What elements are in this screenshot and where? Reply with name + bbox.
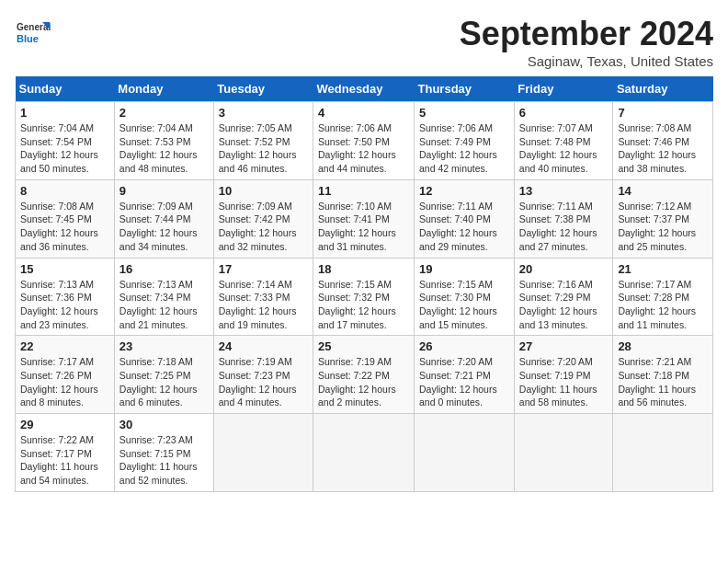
calendar-week-1: 1Sunrise: 7:04 AM Sunset: 7:54 PM Daylig… (16, 102, 713, 180)
calendar-day-21: 21Sunrise: 7:17 AM Sunset: 7:28 PM Dayli… (613, 258, 713, 336)
calendar-week-4: 22Sunrise: 7:17 AM Sunset: 7:26 PM Dayli… (16, 336, 713, 414)
calendar-day-29: 29Sunrise: 7:22 AM Sunset: 7:17 PM Dayli… (16, 414, 115, 492)
calendar-empty (213, 414, 313, 492)
calendar-day-5: 5Sunrise: 7:06 AM Sunset: 7:49 PM Daylig… (415, 102, 515, 180)
col-header-sunday: Sunday (16, 76, 115, 102)
calendar-day-15: 15Sunrise: 7:13 AM Sunset: 7:36 PM Dayli… (16, 258, 115, 336)
calendar-day-22: 22Sunrise: 7:17 AM Sunset: 7:26 PM Dayli… (16, 336, 115, 414)
calendar-day-8: 8Sunrise: 7:08 AM Sunset: 7:45 PM Daylig… (16, 179, 115, 258)
col-header-tuesday: Tuesday (213, 76, 313, 102)
header: General Blue September 2024 Saginaw, Tex… (15, 15, 713, 69)
calendar-day-9: 9Sunrise: 7:09 AM Sunset: 7:44 PM Daylig… (114, 179, 213, 258)
col-header-friday: Friday (514, 76, 613, 102)
calendar-day-3: 3Sunrise: 7:05 AM Sunset: 7:52 PM Daylig… (213, 102, 313, 180)
calendar-day-30: 30Sunrise: 7:23 AM Sunset: 7:15 PM Dayli… (114, 414, 213, 492)
calendar-week-5: 29Sunrise: 7:22 AM Sunset: 7:17 PM Dayli… (16, 414, 713, 492)
calendar-day-16: 16Sunrise: 7:13 AM Sunset: 7:34 PM Dayli… (114, 258, 213, 336)
col-header-thursday: Thursday (415, 76, 515, 102)
col-header-saturday: Saturday (613, 76, 713, 102)
calendar-week-2: 8Sunrise: 7:08 AM Sunset: 7:45 PM Daylig… (16, 179, 713, 258)
calendar-day-26: 26Sunrise: 7:20 AM Sunset: 7:21 PM Dayli… (415, 336, 515, 414)
calendar-empty (313, 414, 415, 492)
col-header-monday: Monday (114, 76, 213, 102)
calendar-day-23: 23Sunrise: 7:18 AM Sunset: 7:25 PM Dayli… (114, 336, 213, 414)
logo-icon: General Blue (15, 15, 51, 52)
calendar-day-24: 24Sunrise: 7:19 AM Sunset: 7:23 PM Dayli… (213, 336, 313, 414)
calendar-day-10: 10Sunrise: 7:09 AM Sunset: 7:42 PM Dayli… (213, 179, 313, 258)
calendar-day-6: 6Sunrise: 7:07 AM Sunset: 7:48 PM Daylig… (514, 102, 613, 180)
calendar-day-14: 14Sunrise: 7:12 AM Sunset: 7:37 PM Dayli… (613, 179, 713, 258)
calendar-body: 1Sunrise: 7:04 AM Sunset: 7:54 PM Daylig… (16, 102, 713, 492)
calendar-day-25: 25Sunrise: 7:19 AM Sunset: 7:22 PM Dayli… (313, 336, 415, 414)
calendar-day-7: 7Sunrise: 7:08 AM Sunset: 7:46 PM Daylig… (613, 102, 713, 180)
calendar-table: SundayMondayTuesdayWednesdayThursdayFrid… (15, 76, 713, 492)
calendar-day-11: 11Sunrise: 7:10 AM Sunset: 7:41 PM Dayli… (313, 179, 415, 258)
calendar-day-20: 20Sunrise: 7:16 AM Sunset: 7:29 PM Dayli… (514, 258, 613, 336)
calendar-day-17: 17Sunrise: 7:14 AM Sunset: 7:33 PM Dayli… (213, 258, 313, 336)
calendar-week-3: 15Sunrise: 7:13 AM Sunset: 7:36 PM Dayli… (16, 258, 713, 336)
calendar-day-13: 13Sunrise: 7:11 AM Sunset: 7:38 PM Dayli… (514, 179, 613, 258)
location: Saginaw, Texas, United States (460, 53, 713, 69)
calendar-empty (514, 414, 613, 492)
calendar-empty (613, 414, 713, 492)
calendar-day-27: 27Sunrise: 7:20 AM Sunset: 7:19 PM Dayli… (514, 336, 613, 414)
svg-text:Blue: Blue (17, 33, 39, 44)
calendar-empty (415, 414, 515, 492)
calendar-day-12: 12Sunrise: 7:11 AM Sunset: 7:40 PM Dayli… (415, 179, 515, 258)
title-area: September 2024 Saginaw, Texas, United St… (460, 15, 713, 69)
logo: General Blue (15, 15, 55, 52)
col-header-wednesday: Wednesday (313, 76, 415, 102)
calendar-day-28: 28Sunrise: 7:21 AM Sunset: 7:18 PM Dayli… (613, 336, 713, 414)
calendar-header-row: SundayMondayTuesdayWednesdayThursdayFrid… (16, 76, 713, 102)
calendar-day-4: 4Sunrise: 7:06 AM Sunset: 7:50 PM Daylig… (313, 102, 415, 180)
calendar-day-2: 2Sunrise: 7:04 AM Sunset: 7:53 PM Daylig… (114, 102, 213, 180)
calendar-day-18: 18Sunrise: 7:15 AM Sunset: 7:32 PM Dayli… (313, 258, 415, 336)
calendar-day-19: 19Sunrise: 7:15 AM Sunset: 7:30 PM Dayli… (415, 258, 515, 336)
month-title: September 2024 (460, 15, 713, 53)
calendar-day-1: 1Sunrise: 7:04 AM Sunset: 7:54 PM Daylig… (16, 102, 115, 180)
